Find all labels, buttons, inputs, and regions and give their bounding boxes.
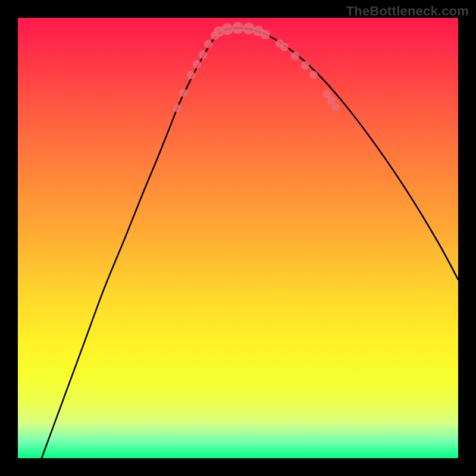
curve-marker <box>193 60 201 68</box>
curve-marker <box>173 104 181 112</box>
plot-area <box>18 18 458 458</box>
watermark-text: TheBottleneck.com <box>346 4 469 19</box>
curve-marker <box>243 23 255 35</box>
curve-marker <box>187 71 195 79</box>
curve-marker <box>179 89 187 97</box>
curve-marker <box>221 23 233 35</box>
curve-marker <box>232 22 244 34</box>
curve-marker <box>309 71 318 79</box>
curve-marker <box>301 61 309 70</box>
curve-marker <box>291 52 299 60</box>
chart-svg <box>18 18 458 458</box>
curve-marker <box>280 43 289 51</box>
chart-stage: TheBottleneck.com <box>0 0 476 476</box>
curve-marker <box>199 51 207 59</box>
markers-group <box>173 22 340 112</box>
bottleneck-curve <box>42 28 458 458</box>
curve-marker <box>261 30 270 39</box>
curve-marker <box>331 103 340 111</box>
curve-marker <box>204 40 212 48</box>
